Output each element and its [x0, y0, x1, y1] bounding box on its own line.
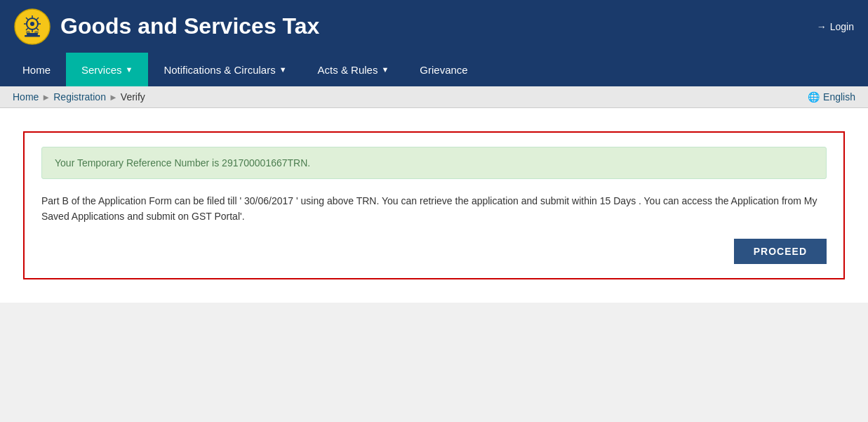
- nav-services[interactable]: Services ▼: [66, 53, 148, 86]
- nav-home[interactable]: Home: [7, 53, 66, 86]
- nav-notifications[interactable]: Notifications & Circulars ▼: [148, 53, 302, 86]
- svg-point-0: [15, 9, 50, 44]
- proceed-btn-wrap: PROCEED: [41, 239, 827, 264]
- site-header: Goods and Services Tax → Login: [0, 0, 868, 53]
- svg-point-14: [34, 31, 39, 34]
- main-content: Your Temporary Reference Number is 29170…: [0, 108, 868, 303]
- breadcrumb-current: Verify: [121, 91, 145, 103]
- nav-grievance[interactable]: Grievance: [404, 53, 483, 86]
- site-title: Goods and Services Tax: [60, 13, 319, 39]
- breadcrumb-home[interactable]: Home: [13, 91, 39, 103]
- emblem-icon: [14, 8, 51, 45]
- login-button[interactable]: → Login: [817, 21, 854, 32]
- breadcrumb-sep-2: ►: [109, 92, 118, 103]
- notifications-dropdown-arrow: ▼: [279, 65, 287, 74]
- header-left: Goods and Services Tax: [14, 8, 319, 45]
- language-label: English: [823, 91, 855, 103]
- breadcrumb-registration[interactable]: Registration: [53, 91, 106, 103]
- services-dropdown-arrow: ▼: [126, 65, 133, 74]
- proceed-button[interactable]: PROCEED: [734, 239, 827, 264]
- globe-icon: 🌐: [808, 91, 820, 103]
- main-card: Your Temporary Reference Number is 29170…: [23, 131, 845, 279]
- trn-success-box: Your Temporary Reference Number is 29170…: [41, 147, 827, 179]
- main-navbar: Home Services ▼ Notifications & Circular…: [0, 53, 868, 86]
- breadcrumb: Home ► Registration ► Verify: [13, 91, 145, 103]
- breadcrumb-sep-1: ►: [41, 92, 51, 103]
- acts-dropdown-arrow: ▼: [381, 65, 389, 74]
- svg-point-2: [30, 22, 34, 26]
- breadcrumb-bar: Home ► Registration ► Verify 🌐 English: [0, 86, 868, 108]
- language-selector[interactable]: 🌐 English: [808, 91, 855, 103]
- nav-acts-rules[interactable]: Acts & Rules ▼: [302, 53, 405, 86]
- svg-rect-12: [25, 35, 40, 37]
- login-label: Login: [830, 21, 854, 32]
- trn-message: Your Temporary Reference Number is 29170…: [55, 157, 813, 169]
- login-icon: →: [817, 21, 827, 32]
- svg-point-13: [26, 31, 30, 34]
- info-text: Part B of the Application Form can be fi…: [41, 193, 827, 225]
